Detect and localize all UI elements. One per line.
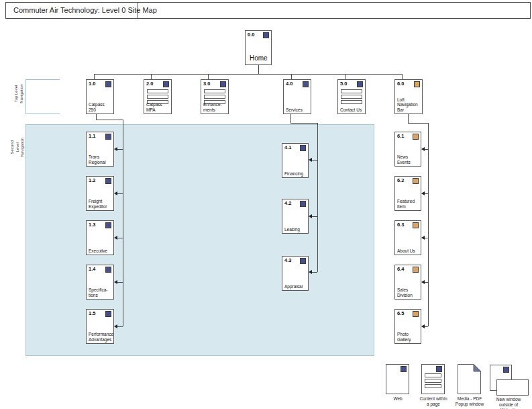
web-page-marker-icon bbox=[105, 134, 111, 140]
top-level-region-label: Top Level Navigation bbox=[14, 81, 24, 107]
node-id: 4.0 bbox=[286, 81, 292, 87]
web-page-marker-icon bbox=[436, 366, 442, 372]
web-page-marker-icon bbox=[105, 178, 111, 184]
node-label: Executive bbox=[89, 248, 113, 253]
node-id: 2.0 bbox=[146, 81, 153, 87]
connector bbox=[345, 74, 345, 79]
node-sales-division: 6.4 Sales Division bbox=[394, 265, 421, 300]
node-featured-item: 6.2 Featured Item bbox=[394, 176, 421, 211]
node-id: 4.1 bbox=[284, 144, 291, 150]
second-level-region bbox=[25, 124, 374, 356]
node-label: Specifica- tions bbox=[89, 287, 113, 298]
node-label: Loft Navigation Bar bbox=[397, 97, 421, 112]
popup-window-rect bbox=[496, 379, 529, 396]
nav-page-marker-icon bbox=[413, 311, 419, 317]
node-id: 6.3 bbox=[397, 222, 404, 228]
node-label: Freight Expeditor bbox=[89, 199, 113, 209]
connector bbox=[408, 114, 409, 123]
node-label: Appraisal bbox=[284, 284, 307, 289]
connector bbox=[290, 123, 318, 124]
arrowhead-icon bbox=[309, 214, 312, 218]
node-id: 4.3 bbox=[284, 257, 291, 263]
connector bbox=[312, 272, 317, 273]
node-label: Catpass MPA bbox=[146, 102, 170, 112]
legend-media-icon bbox=[458, 364, 481, 397]
web-page-marker-icon bbox=[300, 201, 306, 207]
connector bbox=[258, 65, 259, 74]
node-home: 0.0 Home bbox=[245, 30, 272, 65]
node-id: 4.2 bbox=[284, 200, 291, 206]
node-label: Financing bbox=[284, 171, 307, 176]
node-label: About Us bbox=[397, 248, 420, 253]
connector bbox=[117, 238, 123, 238]
node-label: Leasing bbox=[284, 227, 307, 232]
nav-page-marker-icon bbox=[413, 267, 419, 273]
node-freight-expeditor: 1.2 Freight Expeditor bbox=[86, 176, 114, 211]
node-id: 6.2 bbox=[397, 177, 404, 183]
node-news-events: 6.1 News Events bbox=[394, 132, 421, 167]
arrowhead-icon bbox=[114, 147, 117, 151]
web-page-marker-icon bbox=[163, 81, 169, 87]
node-label: Catpass 250 bbox=[89, 102, 113, 112]
connector bbox=[408, 123, 429, 124]
arrowhead-icon bbox=[114, 324, 117, 328]
web-page-marker-icon bbox=[401, 366, 407, 372]
connector bbox=[117, 282, 123, 283]
connector bbox=[312, 216, 317, 217]
node-catpass-mpa: 2.0 Catpass MPA bbox=[144, 79, 172, 114]
arrowhead-icon bbox=[421, 280, 425, 284]
node-label: Enhance- ments bbox=[203, 102, 227, 112]
connector bbox=[317, 123, 318, 272]
node-label: Featured Item bbox=[397, 199, 420, 209]
folded-page-icon bbox=[458, 364, 481, 394]
node-id: 0.0 bbox=[248, 32, 254, 38]
node-id: 6.5 bbox=[397, 310, 404, 316]
connector bbox=[425, 193, 428, 194]
arrowhead-icon bbox=[421, 191, 425, 195]
node-catpass-250: 1.0 Catpass 250 bbox=[86, 79, 114, 114]
node-label: Trans Regional bbox=[89, 154, 113, 165]
web-page-marker-icon bbox=[105, 267, 111, 273]
node-label: News Events bbox=[397, 154, 420, 165]
legend-content-icon bbox=[421, 364, 445, 394]
connector bbox=[291, 74, 292, 79]
node-id: 1.5 bbox=[89, 310, 95, 316]
connector bbox=[117, 193, 123, 194]
web-page-marker-icon bbox=[263, 32, 269, 38]
connector bbox=[425, 238, 428, 238]
arrowhead-icon bbox=[114, 280, 117, 284]
nav-page-marker-icon bbox=[413, 178, 419, 184]
node-specifications: 1.4 Specifica- tions bbox=[86, 265, 114, 300]
node-id: 6.1 bbox=[397, 133, 404, 139]
legend-web-icon bbox=[386, 364, 409, 394]
node-label: Services bbox=[286, 107, 310, 112]
arrowhead-icon bbox=[114, 191, 117, 195]
web-page-marker-icon bbox=[300, 258, 306, 264]
node-contact-us: 5.0 Contact Us bbox=[337, 79, 366, 114]
node-id: 3.0 bbox=[203, 81, 210, 87]
page-title: Commuter Air Technology: Level 0 Site Ma… bbox=[13, 2, 157, 19]
connector bbox=[425, 282, 428, 283]
connector bbox=[123, 120, 123, 326]
web-page-marker-icon bbox=[303, 81, 309, 87]
arrowhead-icon bbox=[309, 158, 312, 162]
connector bbox=[428, 123, 429, 326]
web-page-marker-icon bbox=[105, 222, 111, 228]
node-services: 4.0 Services bbox=[283, 79, 311, 114]
connector bbox=[117, 326, 123, 327]
connector bbox=[290, 114, 291, 123]
arrowhead-icon bbox=[421, 147, 425, 151]
node-id: 1.1 bbox=[89, 133, 95, 139]
web-page-marker-icon bbox=[503, 367, 509, 373]
web-page-marker-icon bbox=[220, 81, 226, 87]
second-level-region-label: Second Level Navigation bbox=[10, 134, 25, 161]
node-about-us: 6.3 About Us bbox=[394, 220, 421, 255]
web-page-marker-icon bbox=[300, 145, 306, 151]
content-lines-icon bbox=[425, 373, 441, 388]
node-enhancements: 3.0 Enhance- ments bbox=[201, 79, 229, 114]
node-id: 1.2 bbox=[89, 177, 95, 183]
arrowhead-icon bbox=[421, 324, 425, 328]
node-id: 1.4 bbox=[89, 266, 95, 272]
sitemap-diagram: Commuter Air Technology: Level 0 Site Ma… bbox=[0, 0, 532, 409]
node-id: 1.3 bbox=[89, 222, 95, 228]
